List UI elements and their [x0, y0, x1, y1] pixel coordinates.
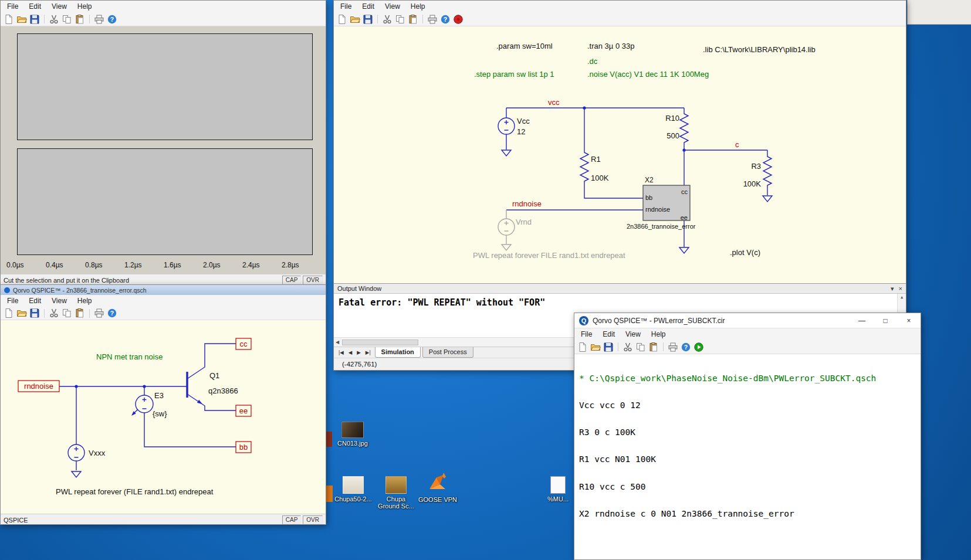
open-folder-icon[interactable]	[16, 14, 27, 25]
r1-value-label[interactable]: 100K	[591, 174, 609, 182]
r10-resistor[interactable]	[680, 111, 688, 145]
close-panel-icon[interactable]: ×	[899, 285, 902, 293]
run-simulation-icon[interactable]	[693, 342, 704, 352]
open-folder-icon[interactable]	[590, 342, 601, 352]
schematic-canvas[interactable]: NPN met tran noise	[1, 320, 326, 514]
paste-icon[interactable]	[75, 308, 85, 318]
menu-edit[interactable]: Edit	[23, 296, 46, 306]
vrnd-name-label[interactable]: Vrnd	[516, 218, 532, 226]
netlist-line[interactable]: R10 vcc c 500	[579, 483, 921, 491]
r10-value-label[interactable]: 500	[666, 131, 679, 140]
tab-simulation[interactable]: Simulation	[375, 347, 421, 358]
menu-file[interactable]: File	[2, 296, 23, 306]
prev-tab-icon[interactable]: ◀	[346, 347, 355, 358]
menu-file[interactable]: File	[576, 329, 597, 340]
title-bar[interactable]: Q Qorvo QSPICE™ - PWLerror_SUBCKT.cir — …	[574, 313, 921, 328]
desktop-icon-cn013[interactable]: CN013.jpg	[330, 422, 375, 447]
vxxx-name-label[interactable]: Vxxx	[89, 449, 106, 457]
menu-view[interactable]: View	[620, 329, 646, 340]
vcc-name-label[interactable]: Vcc	[517, 117, 530, 125]
ground-symbol[interactable]	[502, 150, 772, 253]
help-icon[interactable]: ?	[107, 308, 117, 318]
open-folder-icon[interactable]	[16, 308, 27, 318]
menu-help[interactable]: Help	[72, 296, 97, 306]
menu-help[interactable]: Help	[646, 329, 671, 340]
r3-name-label[interactable]: R3	[751, 162, 761, 171]
net-label-c[interactable]: c	[735, 140, 739, 149]
menu-file[interactable]: File	[2, 1, 23, 12]
save-icon[interactable]	[603, 342, 614, 352]
last-tab-icon[interactable]: ▶|	[363, 347, 373, 358]
x2-name-label[interactable]: X2	[645, 176, 654, 184]
directive-plot[interactable]: .plot V(c)	[730, 248, 760, 257]
copy-icon[interactable]	[62, 14, 72, 25]
scroll-up-icon[interactable]: ▲	[898, 294, 906, 301]
cut-icon[interactable]	[382, 14, 393, 25]
vrnd-voltage-source[interactable]	[498, 210, 515, 250]
help-icon[interactable]: ?	[681, 342, 691, 352]
desktop-icon-chupa-ground[interactable]: Chupa Ground Sc...	[374, 476, 418, 510]
ground-symbol[interactable]	[72, 471, 81, 477]
copy-icon[interactable]	[62, 308, 72, 318]
desktop-icon-goose-vpn[interactable]: GOOSE VPN	[415, 471, 460, 503]
cut-icon[interactable]	[49, 308, 59, 318]
port-bb[interactable]: bb	[236, 442, 251, 453]
netlist-line[interactable]	[579, 537, 921, 545]
close-button[interactable]: ×	[897, 313, 921, 328]
copy-icon[interactable]	[635, 342, 646, 352]
menu-view[interactable]: View	[46, 296, 72, 306]
help-icon[interactable]: ?	[440, 14, 451, 25]
netlist-line[interactable]: * C:\Qspice_work\PhaseNoise_Noise-dBm\PW…	[579, 374, 921, 383]
collapse-panel-icon[interactable]: ▾	[891, 285, 894, 293]
e3-value-label[interactable]: {sw}	[153, 409, 167, 418]
new-file-icon[interactable]	[4, 308, 14, 318]
q1-model-label[interactable]: q2n3866	[208, 386, 238, 395]
vcc-value-label[interactable]: 12	[517, 127, 525, 136]
print-icon[interactable]	[427, 14, 438, 25]
menu-view[interactable]: View	[46, 1, 72, 12]
minimize-button[interactable]: —	[850, 313, 874, 328]
new-file-icon[interactable]	[337, 14, 347, 25]
directive-tran[interactable]: .tran 3µ 0 33p	[587, 42, 635, 50]
menu-help[interactable]: Help	[405, 1, 431, 12]
wires[interactable]	[59, 344, 236, 470]
directive-dc[interactable]: .dc	[587, 57, 598, 66]
menu-view[interactable]: View	[380, 1, 405, 12]
help-icon[interactable]: ?	[107, 14, 117, 25]
first-tab-icon[interactable]: |◀	[336, 347, 346, 358]
menu-file[interactable]: File	[335, 1, 357, 12]
schematic-comment[interactable]: NPN met tran noise	[96, 352, 163, 361]
netlist-line[interactable]: R3 0 c 100K	[579, 428, 921, 437]
directive-lib[interactable]: .lib C:\LTwork\LIBRARY\plib14.lib	[703, 45, 816, 54]
pwl-source-text[interactable]: PWL repeat forever (FILE rand1.txt) endr…	[56, 487, 214, 496]
r1-name-label[interactable]: R1	[591, 155, 601, 164]
save-icon[interactable]	[363, 14, 373, 25]
tab-post-process[interactable]: Post Process	[422, 347, 473, 358]
directive-noise[interactable]: .noise V(acc) V1 dec 11 1K 100Meg	[587, 70, 709, 79]
output-panel-header[interactable]: Output Window ▾ ×	[334, 283, 906, 293]
scroll-left-icon[interactable]: ◀	[336, 340, 339, 345]
new-file-icon[interactable]	[4, 14, 14, 25]
menu-help[interactable]: Help	[72, 1, 97, 12]
next-tab-icon[interactable]: ▶	[354, 347, 363, 358]
r1-resistor[interactable]	[580, 150, 588, 184]
vxxx-source[interactable]	[68, 444, 84, 461]
halt-simulation-icon[interactable]	[453, 14, 463, 25]
paste-icon[interactable]	[648, 342, 659, 352]
netlist-line[interactable]: X2 rndnoise c 0 N01 2n3866_trannoise_err…	[579, 510, 921, 518]
q1-name-label[interactable]: Q1	[209, 371, 219, 380]
open-folder-icon[interactable]	[350, 14, 360, 25]
plot-panel-top[interactable]	[17, 33, 313, 140]
menu-edit[interactable]: Edit	[597, 329, 620, 340]
r3-resistor[interactable]	[763, 154, 772, 188]
save-icon[interactable]	[29, 308, 40, 318]
scrollbar-thumb[interactable]	[342, 340, 418, 345]
print-icon[interactable]	[668, 342, 678, 352]
save-icon[interactable]	[29, 14, 40, 25]
directive-step[interactable]: .step param sw list 1p 1	[474, 70, 554, 79]
pwl-source-text[interactable]: PWL repeat forever FILE rand1.txt endrep…	[473, 251, 625, 260]
plot-panel-bottom[interactable]	[17, 148, 313, 255]
paste-icon[interactable]	[75, 14, 85, 25]
schematic-canvas[interactable]: .param sw=10ml .tran 3µ 0 33p .lib C:\LT…	[334, 26, 906, 283]
r10-name-label[interactable]: R10	[665, 114, 679, 123]
